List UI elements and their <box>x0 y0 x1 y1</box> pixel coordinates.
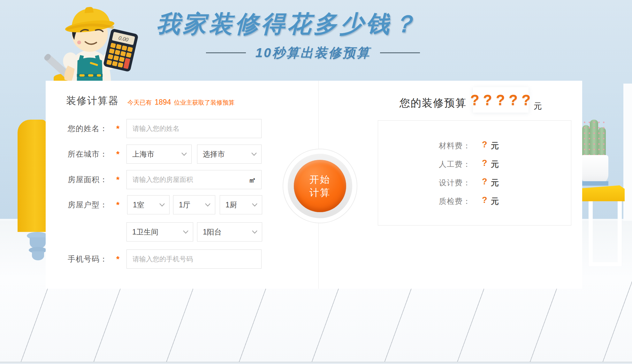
city-label: 所在城市： <box>68 149 108 159</box>
calculate-button-halo: 开始 计算 <box>283 149 357 223</box>
fee-label-labor: 人工费： <box>378 159 471 169</box>
kitchens-select[interactable]: 1厨 <box>220 195 262 214</box>
layout-label: 房屋户型： <box>68 200 108 210</box>
calculate-button-line1: 开始 <box>309 173 331 186</box>
fee-unit-materials: 元 <box>491 140 499 151</box>
name-input[interactable] <box>126 119 262 138</box>
area-input[interactable] <box>126 170 262 189</box>
calculate-button[interactable]: 开始 计算 <box>294 160 346 212</box>
bathrooms-select[interactable]: 1卫生间 <box>126 222 193 241</box>
halls-select[interactable]: 1厅 <box>173 195 215 214</box>
worker-mascot: 0.00 <box>40 1 138 81</box>
fee-label-design: 设计费： <box>378 178 471 188</box>
cactus-plant <box>582 120 606 155</box>
province-select-value: 上海市 <box>132 149 154 159</box>
chevron-down-icon <box>181 152 187 156</box>
yellow-sofa-arm <box>18 120 46 232</box>
chevron-down-icon <box>205 203 210 207</box>
chevron-down-icon <box>251 152 257 156</box>
sofa-leg <box>32 251 44 260</box>
fee-unit-inspection: 元 <box>491 196 499 206</box>
balconies-select[interactable]: 1阳台 <box>197 222 262 241</box>
stats-text: 今天已有 1894 位业主获取了装修预算 <box>127 98 235 107</box>
fee-unit-design: 元 <box>491 177 499 188</box>
fee-value-inspection: ? <box>482 195 487 205</box>
stats-count: 1894 <box>153 98 172 106</box>
subtitle-rule-left <box>206 52 246 53</box>
page-subtitle-row: 10秒算出装修预算 <box>192 44 434 62</box>
city-select[interactable]: 选择市 <box>197 145 262 164</box>
fee-value-design: ? <box>482 177 487 187</box>
stats-suffix: 位业主获取了装修预算 <box>174 99 235 106</box>
required-asterisk: * <box>116 254 119 264</box>
name-label: 您的姓名： <box>68 123 108 134</box>
fee-unit-labor: 元 <box>491 159 499 169</box>
stool-legs <box>589 201 622 266</box>
page: 0.00 我家装修得花多少钱？ 10秒算出装修预算 装修计算器 今天已有 189… <box>0 0 632 364</box>
fee-value-materials: ? <box>482 140 487 150</box>
fee-label-inspection: 质检费： <box>378 196 471 206</box>
fee-label-materials: 材料费： <box>378 141 471 151</box>
required-asterisk: * <box>116 149 119 159</box>
white-furniture-edge <box>623 84 632 221</box>
chevron-down-icon <box>159 203 165 207</box>
mascot-calculator: 0.00 <box>103 28 138 72</box>
fee-breakdown-box: 材料费： ? 元 人工费： ? 元 设计费： ? 元 质检费： ? 元 <box>378 120 571 226</box>
phone-label: 手机号码： <box>68 254 108 264</box>
bottom-strip <box>0 362 632 364</box>
city-select-value: 选择市 <box>203 149 225 159</box>
chevron-down-icon <box>252 203 257 207</box>
budget-placeholder-box: ????? <box>473 87 529 113</box>
page-subtitle: 10秒算出装修预算 <box>255 44 371 62</box>
area-unit: ㎡ <box>249 175 256 185</box>
chevron-down-icon <box>183 230 188 234</box>
required-asterisk: * <box>116 175 119 185</box>
stool-mat <box>582 181 608 186</box>
halls-select-value: 1厅 <box>179 200 190 210</box>
subtitle-rule-right <box>380 52 420 53</box>
balconies-select-value: 1阳台 <box>203 227 222 237</box>
budget-question-marks: ????? <box>467 91 535 108</box>
yellow-stool-top <box>582 185 625 201</box>
result-title: 您的装修预算 <box>400 96 467 110</box>
area-label: 房屋面积： <box>68 175 108 185</box>
calculate-button-line2: 计算 <box>309 186 331 199</box>
page-title: 我家装修得花多少钱？ <box>134 8 441 40</box>
required-asterisk: * <box>116 124 119 134</box>
budget-unit: 元 <box>534 100 542 112</box>
fee-value-labor: ? <box>482 158 487 168</box>
form-title: 装修计算器 <box>66 94 119 108</box>
required-asterisk: * <box>116 200 119 210</box>
rooms-select[interactable]: 1室 <box>127 195 170 214</box>
rooms-select-value: 1室 <box>133 200 144 210</box>
bathrooms-select-value: 1卫生间 <box>132 227 158 237</box>
province-select[interactable]: 上海市 <box>126 145 192 164</box>
kitchens-select-value: 1厨 <box>225 200 237 210</box>
phone-input[interactable] <box>126 249 262 269</box>
calculator-panel: 装修计算器 今天已有 1894 位业主获取了装修预算 您的姓名： * 所在城市：… <box>46 81 582 289</box>
plant-pot <box>581 155 608 184</box>
stats-prefix: 今天已有 <box>127 99 152 106</box>
chevron-down-icon <box>252 230 257 234</box>
